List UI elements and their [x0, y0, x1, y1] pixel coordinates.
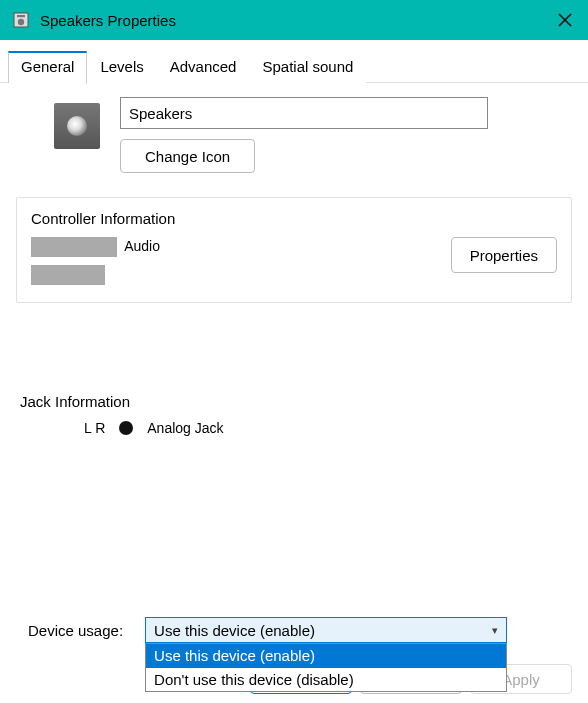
- svg-point-1: [18, 19, 24, 25]
- jack-info-group: Jack Information L R Analog Jack: [16, 381, 572, 450]
- jack-info-title: Jack Information: [20, 393, 568, 410]
- chevron-down-icon: ▾: [492, 624, 498, 637]
- controller-name-line: Audio: [31, 237, 160, 257]
- tab-panel-general: Change Icon Controller Information Audio…: [0, 83, 588, 486]
- tab-advanced[interactable]: Advanced: [157, 51, 250, 83]
- jack-lr-label: L R: [84, 420, 105, 436]
- device-name-input[interactable]: [120, 97, 488, 129]
- controller-info-group: Controller Information Audio Properties: [16, 197, 572, 303]
- device-usage-dropdown: Use this device (enable) Don't use this …: [145, 643, 507, 692]
- controller-properties-button[interactable]: Properties: [451, 237, 557, 273]
- device-usage-select[interactable]: Use this device (enable) ▾: [145, 617, 507, 643]
- device-usage-selected-value: Use this device (enable): [154, 622, 315, 639]
- controller-info-title: Controller Information: [31, 210, 557, 227]
- redacted-text: [31, 237, 117, 257]
- window-title: Speakers Properties: [40, 12, 176, 29]
- controller-audio-label: Audio: [124, 238, 160, 254]
- svg-rect-2: [17, 15, 25, 17]
- controller-manufacturer-line: [31, 265, 160, 288]
- device-usage-option-enable[interactable]: Use this device (enable): [146, 644, 506, 668]
- title-bar: Speakers Properties: [0, 0, 588, 40]
- tab-levels[interactable]: Levels: [87, 51, 156, 83]
- change-icon-button[interactable]: Change Icon: [120, 139, 255, 173]
- tab-general[interactable]: General: [8, 51, 87, 83]
- tab-spatial-sound[interactable]: Spatial sound: [249, 51, 366, 83]
- device-usage-option-disable[interactable]: Don't use this device (disable): [146, 668, 506, 692]
- redacted-text: [31, 265, 105, 285]
- jack-type-label: Analog Jack: [147, 420, 223, 436]
- close-button[interactable]: [542, 0, 588, 40]
- app-icon: [12, 11, 30, 29]
- device-usage-label: Device usage:: [28, 622, 123, 639]
- speaker-icon: [54, 103, 100, 149]
- jack-color-dot: [119, 421, 133, 435]
- tab-bar: General Levels Advanced Spatial sound: [0, 40, 588, 83]
- device-usage-row: Device usage: Use this device (enable) ▾…: [28, 617, 568, 643]
